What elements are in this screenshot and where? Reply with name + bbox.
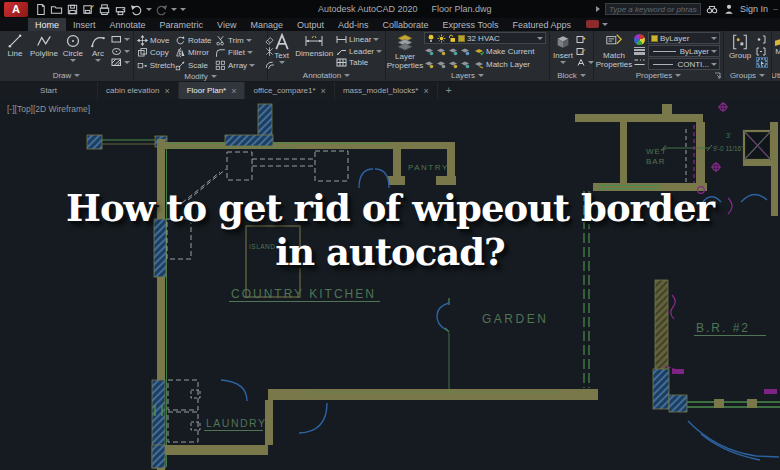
hatch-button[interactable] [111, 57, 130, 68]
move-button[interactable]: Move [137, 34, 175, 47]
save-icon[interactable] [66, 3, 79, 16]
capture-icon[interactable] [586, 20, 599, 28]
undo-dropdown-icon[interactable] [146, 8, 152, 11]
text-dropdown-icon[interactable] [279, 61, 285, 64]
layer-tool-icon[interactable] [424, 60, 434, 69]
insert-dropdown-icon[interactable] [560, 61, 566, 64]
make-current-button[interactable]: Make Current [474, 47, 534, 56]
leader-dropdown-icon[interactable] [376, 50, 382, 53]
layer-dropdown-icon[interactable] [537, 37, 543, 40]
ellipse-dropdown-icon[interactable] [124, 50, 130, 53]
search-binoculars-icon[interactable] [706, 3, 718, 15]
autocad-logo[interactable]: A [4, 2, 28, 17]
layer-tool-icon[interactable] [436, 47, 446, 56]
arc-dropdown-icon[interactable] [95, 59, 101, 62]
panel-title-annotation[interactable]: Annotation [268, 70, 385, 81]
sign-in[interactable]: Sign In [740, 4, 768, 14]
block-attributes-button[interactable] [576, 57, 594, 68]
ungroup-button[interactable] [756, 34, 768, 45]
circle-button[interactable]: Circle [61, 32, 85, 70]
tab-output[interactable]: Output [290, 18, 331, 31]
layer-properties-button[interactable]: Layer Properties [389, 32, 421, 70]
object-color-select[interactable]: ByLayer [648, 32, 720, 44]
capture-dropdown-icon[interactable] [602, 23, 608, 26]
group-button[interactable]: Group [727, 32, 753, 70]
scale-button[interactable]: Scale [175, 59, 215, 72]
redo-icon[interactable] [155, 3, 168, 16]
create-block-button[interactable] [576, 34, 594, 45]
rotate-button[interactable]: Rotate [175, 34, 215, 47]
mirror-button[interactable]: Mirror [175, 47, 215, 60]
rectangle-dropdown-icon[interactable] [124, 38, 130, 41]
plot-icon[interactable] [98, 3, 111, 16]
panel-title-groups[interactable]: Groups [724, 70, 771, 81]
tab-mass-model-blocks[interactable]: mass_model_blocks*× [335, 82, 438, 99]
measure-button[interactable]: Mea [775, 32, 780, 70]
hatch-dropdown-icon[interactable] [124, 61, 130, 64]
color-wheel-button[interactable] [634, 34, 645, 45]
layer-tool-icon[interactable] [448, 47, 458, 56]
tab-office-compare1[interactable]: office_compare1*× [245, 82, 334, 99]
tab-annotate[interactable]: Annotate [103, 18, 153, 31]
close-icon[interactable]: × [423, 87, 428, 95]
panel-title-layers[interactable]: Layers [386, 70, 549, 81]
arc-button[interactable]: Arc [88, 32, 108, 70]
copy-button[interactable]: Copy [137, 47, 175, 60]
search-expand-icon[interactable] [596, 6, 600, 12]
linetype-button[interactable] [634, 57, 645, 68]
group-edit-button[interactable] [756, 46, 768, 57]
tab-insert[interactable]: Insert [66, 18, 103, 31]
tab-home[interactable]: Home [28, 18, 66, 31]
tab-view[interactable]: View [210, 18, 243, 31]
tab-manage[interactable]: Manage [243, 18, 290, 31]
leader-button[interactable]: Leader [336, 46, 382, 57]
rectangle-button[interactable] [111, 34, 130, 45]
tab-featured-apps[interactable]: Featured Apps [505, 18, 578, 31]
tab-add-ins[interactable]: Add-ins [331, 18, 376, 31]
tab-floor-plan[interactable]: Floor Plan*× [179, 82, 246, 99]
open-folder-icon[interactable] [50, 3, 63, 16]
match-layer-button[interactable]: Match Layer [474, 60, 530, 69]
qat-customize-icon[interactable] [180, 8, 186, 11]
tab-parametric[interactable]: Parametric [153, 18, 211, 31]
viewport-controls[interactable]: [-][Top][2D Wireframe] [7, 104, 90, 114]
tab-collaborate[interactable]: Collaborate [376, 18, 436, 31]
layer-unlock-icon[interactable] [448, 34, 456, 43]
trim-button[interactable]: Trim [215, 34, 259, 47]
print-icon[interactable] [114, 3, 127, 16]
group-selection-toggle[interactable] [756, 57, 768, 68]
fillet-button[interactable]: Fillet [215, 47, 259, 60]
user-icon[interactable] [723, 3, 735, 15]
panel-title-block[interactable]: Block [550, 70, 593, 81]
trim-dropdown-icon[interactable] [246, 39, 252, 42]
table-button[interactable]: Table [336, 57, 382, 68]
array-dropdown-icon[interactable] [249, 64, 255, 67]
ellipse-button[interactable] [111, 46, 130, 57]
close-icon[interactable]: × [164, 87, 169, 95]
search-input[interactable] [605, 3, 701, 15]
stretch-button[interactable]: Stretch [137, 59, 175, 72]
polyline-button[interactable]: Polyline [30, 32, 58, 70]
panel-title-utilities[interactable]: Uti [772, 70, 780, 81]
layer-tool-icon[interactable] [424, 47, 434, 56]
circle-dropdown-icon[interactable] [70, 59, 76, 62]
linear-button[interactable]: Linear [336, 34, 382, 45]
panel-title-properties[interactable]: Properties [594, 70, 723, 81]
titlebar-overflow[interactable]: – [773, 4, 778, 14]
save-as-icon[interactable] [82, 3, 95, 16]
fillet-dropdown-icon[interactable] [247, 51, 253, 54]
panel-title-draw[interactable]: Draw [0, 70, 133, 81]
array-button[interactable]: Array [215, 59, 259, 72]
linear-dropdown-icon[interactable] [373, 38, 379, 41]
layer-on-bulb-icon[interactable] [427, 34, 435, 43]
layer-color-swatch[interactable] [458, 35, 465, 42]
line-button[interactable]: Line [3, 32, 27, 70]
new-tab-button[interactable]: + [438, 82, 460, 99]
text-button[interactable]: Text [271, 32, 292, 70]
new-file-icon[interactable] [34, 3, 47, 16]
layer-tool-icon[interactable] [460, 60, 470, 69]
dimension-button[interactable]: Dimension [295, 32, 333, 70]
drawing-canvas[interactable]: [-][Top][2D Wireframe] [0, 99, 780, 470]
edit-block-button[interactable] [576, 46, 594, 57]
layer-tool-icon[interactable] [448, 60, 458, 69]
